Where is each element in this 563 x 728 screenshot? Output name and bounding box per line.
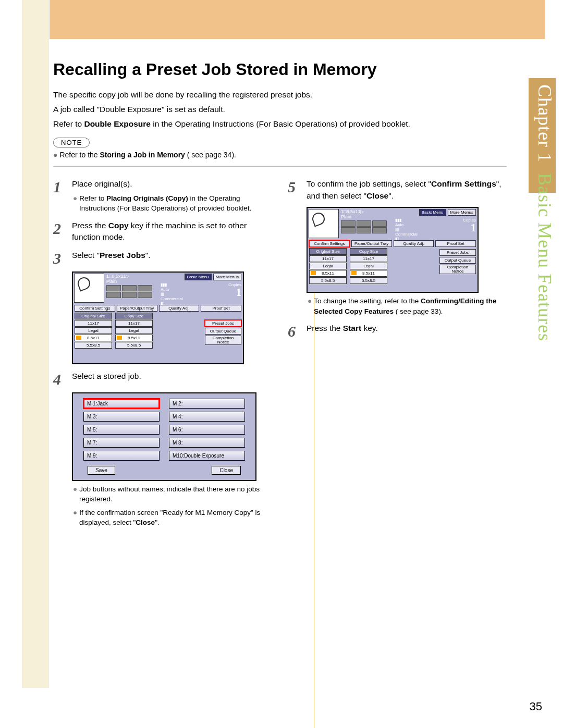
chapter-side-tab: Chapter 1 Basic Menu Features [529, 78, 556, 625]
size-button[interactable]: Legal [115, 327, 153, 334]
memory-slot-button[interactable]: M 8: [169, 438, 245, 448]
preset-jobs-button[interactable]: Preset Jobs [439, 249, 476, 256]
paper-output-tray-button[interactable]: Paper/Output Tray [117, 305, 157, 312]
step-body: Place original(s). ●Refer to Placing Ori… [72, 178, 272, 214]
step-2: 2 Press the Copy key if the machine is s… [53, 220, 272, 243]
memory-slot-button[interactable]: M 3: [83, 412, 160, 422]
bullet-icon: ● [73, 485, 77, 493]
intro-line-1: The specific copy job will be done by re… [53, 89, 507, 101]
step-number: 3 [53, 250, 72, 266]
touch-panel-preset-jobs: 1□8.5x11▷ Plain Basic Menu More Menus ▮▮… [72, 272, 244, 364]
touch-panel-confirm-settings: 1□8.5x11▷ Plain Basic Menu More Menus ▮▮… [307, 207, 479, 293]
step-number: 4 [53, 371, 72, 387]
preset-jobs-button[interactable]: Preset Jobs [205, 320, 241, 327]
step-6: 6 Press the Start key. [288, 323, 507, 339]
intro-line-2: A job called "Double Exposure" is set as… [53, 103, 507, 116]
tab-more-menus[interactable]: More Menus [448, 209, 476, 216]
two-column-layout: 1 Place original(s). ●Refer to Placing O… [53, 172, 507, 528]
size-button[interactable]: 5.5x8.5 [115, 342, 153, 349]
left-color-band [22, 0, 49, 688]
completion-notice-button[interactable]: CompletionNotice [439, 265, 476, 274]
completion-notice-button[interactable]: CompletionNotice [205, 336, 241, 345]
confirm-settings-button[interactable]: Confirm Settings [309, 240, 350, 247]
copies-value: 1 [228, 287, 241, 298]
paper-output-tray-button[interactable]: Paper/Output Tray [351, 240, 392, 247]
confirm-settings-button[interactable]: Confirm Settings [75, 305, 115, 312]
memory-slot-button[interactable]: M10:Double Exposure [169, 451, 245, 461]
page-title: Recalling a Preset Job Stored in Memory [53, 60, 507, 79]
bullet-icon: ● [53, 151, 57, 159]
bullet-icon: ● [73, 194, 77, 202]
memory-slot-button[interactable]: M 6: [169, 425, 245, 435]
step-number: 6 [288, 323, 307, 339]
intro-block: The specific copy job will be done by re… [53, 89, 507, 130]
bullet-icon: ● [308, 297, 312, 305]
step-1: 1 Place original(s). ●Refer to Placing O… [53, 178, 272, 214]
step-4-sub-2: ●If the confirmation screen "Ready for M… [72, 508, 272, 528]
quality-adj-button[interactable]: Quality Adj. [159, 305, 200, 312]
tab-more-menus[interactable]: More Menus [213, 274, 241, 280]
memory-slot-button[interactable]: M 4: [169, 412, 245, 422]
tab-basic-menu[interactable]: Basic Menu [185, 274, 212, 280]
memory-slot-button[interactable]: M 7: [83, 438, 160, 448]
memory-slot-button[interactable]: M 1:Jack [83, 399, 160, 409]
step-5-sub: ●To change the setting, refer to the Con… [307, 296, 507, 316]
step-body: Press the Copy key if the machine is set… [72, 220, 272, 243]
tab-basic-menu[interactable]: Basic Menu [419, 209, 446, 216]
step-1-sub: ●Refer to Placing Originals (Copy) in th… [72, 193, 272, 214]
quality-adj-button[interactable]: Quality Adj. [394, 240, 434, 247]
right-column: 5 To confirm the job settings, select "C… [288, 172, 507, 528]
proof-set-button[interactable]: Proof Set [201, 305, 241, 312]
step-body: Select a stored job. [72, 371, 141, 387]
left-column: 1 Place original(s). ●Refer to Placing O… [53, 172, 272, 528]
note-badge: NOTE [53, 138, 90, 147]
save-button[interactable]: Save [88, 466, 115, 475]
bullet-icon: ● [73, 509, 77, 516]
memory-slot-button[interactable]: M 9: [83, 451, 160, 461]
step-body: Select "Preset Jobs". [72, 250, 151, 266]
step-4-sub-1: ●Job buttons without names, indicate tha… [72, 484, 272, 504]
size-button[interactable]: 11x17 [75, 320, 112, 327]
plain-label: Plain [106, 279, 117, 284]
step-number: 5 [288, 178, 307, 202]
step-number: 2 [53, 220, 72, 243]
intro-line-3: Refer to Double Exposure in the Operatin… [53, 118, 507, 130]
preview-thumbnail [74, 274, 104, 303]
step-5: 5 To confirm the job settings, select "C… [288, 178, 507, 202]
memory-slot-button[interactable]: M 2: [169, 399, 245, 409]
side-tab-text: Chapter 1 Basic Menu Features [529, 84, 556, 606]
page-number: 35 [530, 700, 542, 713]
size-button[interactable]: 5.5x8.5 [75, 342, 112, 349]
step-number: 1 [53, 178, 72, 214]
copy-size-header: Copy Size [115, 313, 153, 319]
step-body: To confirm the job settings, select "Con… [307, 178, 507, 202]
page-content: Recalling a Preset Job Stored in Memory … [53, 60, 507, 528]
note-text: ●Refer to the Storing a Job in Memory ( … [53, 151, 507, 159]
step-3: 3 Select "Preset Jobs". [53, 250, 272, 266]
preview-thumbnail [309, 209, 339, 238]
size-button[interactable]: 8.5x11 [75, 335, 112, 341]
size-button[interactable]: 8.5x11 [115, 335, 153, 341]
top-color-band [50, 0, 545, 39]
original-size-header: Original Size [75, 313, 112, 319]
step-4: 4 Select a stored job. [53, 371, 272, 387]
touch-panel-memory-list: M 1:Jack M 2: M 3: M 4: M 5: M 6: M 7: M… [72, 392, 256, 481]
section-divider [53, 166, 507, 167]
paper-label: 1□8.5x11▷ [106, 274, 129, 279]
step-body: Press the Start key. [307, 323, 378, 339]
proof-set-button[interactable]: Proof Set [435, 240, 476, 247]
close-button[interactable]: Close [212, 466, 241, 475]
output-queue-button[interactable]: Output Queue [205, 328, 241, 335]
output-queue-button[interactable]: Output Queue [439, 257, 476, 264]
memory-slot-button[interactable]: M 5: [83, 425, 160, 435]
size-button[interactable]: Legal [75, 327, 112, 334]
size-button[interactable]: 11x17 [115, 320, 153, 327]
